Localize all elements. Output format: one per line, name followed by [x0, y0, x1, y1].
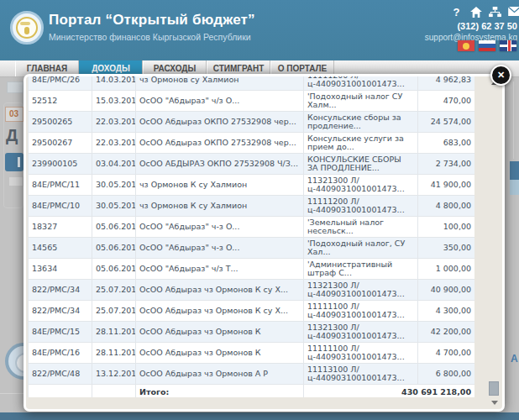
cell-date: 13.12.2018: [92, 364, 136, 385]
cell-amount: 42 200,00: [418, 322, 475, 343]
cell-date: 25.07.2018: [92, 280, 136, 301]
cell-doc-number: 822/РМС/48: [29, 364, 92, 385]
language-switcher: [458, 40, 516, 51]
table-row: 84Е/РМС/26 14.03.2018 чз Ормонов су Халм…: [29, 76, 475, 91]
cell-doc-number: 84Е/РМС/10: [29, 196, 92, 217]
cell-amount: 4 962,83: [418, 76, 475, 91]
bg-fragment-box: [7, 81, 24, 93]
bg-search-button-fragment: [5, 153, 24, 171]
bg-filter-input-fragment: 03: [5, 107, 24, 122]
cell-date: 28.11.2018: [92, 322, 136, 343]
cell-payer: ОсОО "Абдыраз" ч-з О...: [136, 217, 304, 238]
table-row: 84Е/РМС/10 30.05.2018 чз Ормонов К су Ха…: [29, 196, 475, 217]
cell-payment-code: 11111200 Л/ц-4409031001001473...: [304, 196, 418, 217]
cell-payment-code: 11113100 Л/ц-4409031001001473...: [304, 364, 418, 385]
cell-payer: ОсОО Абдыраз чз Ормонов К: [136, 322, 304, 343]
cell-payment-code: КОНСУЛЬСКИЕ СБОРЫ ЗА ПРОДЛЕНИЕ...: [304, 154, 418, 175]
cell-amount: 2 734,00: [418, 154, 475, 175]
close-icon[interactable]: ✕: [490, 65, 511, 86]
cell-payment-code: 'Подоходный налог СУ Халм...: [304, 91, 418, 112]
flag-ru-icon[interactable]: [479, 40, 495, 51]
cell-doc-number: 13634: [29, 259, 92, 280]
cell-payer: ОсОО "Абдыраз" ч/з Т...: [136, 259, 304, 280]
cell-doc-number: 29500265: [29, 112, 92, 133]
total-amount: 430 691 218,00: [304, 385, 475, 398]
cell-payment-code: 11321300 Л/ц-4409031001001473...: [304, 280, 418, 301]
transactions-tbody: 84Е/РМС/26 14.03.2018 чз Ормонов су Халм…: [29, 76, 475, 397]
cell-doc-number: 239900105: [29, 154, 92, 175]
cell-doc-number: 14565: [29, 238, 92, 259]
bg-right-button-fragment: [510, 161, 519, 180]
modal-content: 84Е/РМС/26 14.03.2018 чз Ормонов су Халм…: [26, 76, 502, 409]
cell-payer: ОсОО АБДЫРАЗ ОКПО 27532908 Ч/З...: [136, 154, 304, 175]
cell-date: 25.07.2018: [92, 301, 136, 322]
cell-amount: 41 900,00: [418, 175, 475, 196]
bg-right-divider: [513, 81, 514, 159]
cell-date: 03.04.2018: [92, 154, 136, 175]
portal-subtitle: Министерство финансов Кыргызской Республ…: [49, 32, 251, 42]
mail-icon[interactable]: [508, 7, 519, 18]
sitemap-icon[interactable]: [489, 7, 501, 18]
header: Портал “Открытый бюджет” Министерство фи…: [0, 0, 519, 60]
help-icon[interactable]: ?: [450, 7, 463, 18]
cell-amount: 4 800,00: [418, 196, 475, 217]
cell-payer: ОсОО "Абдыраз" ч/з О...: [136, 91, 304, 112]
cell-payment-code: 'Подоходный налог, СУ Хал...: [304, 238, 418, 259]
cell-amount: 4 300,00: [418, 301, 475, 322]
cell-payment-code: 11321300 Л/ц-4409031001001473...: [304, 175, 418, 196]
cell-payer: ОсОО Абдыраз чз Ормонов К су Х...: [136, 301, 304, 322]
flag-en-icon[interactable]: [500, 40, 516, 51]
cell-payment-code: 'Административный штраф С...: [304, 259, 418, 280]
ministry-logo: [10, 11, 44, 45]
table-row: 13634 05.06.2018 ОсОО "Абдыраз" ч/з Т...…: [29, 259, 475, 280]
contact-block: (312) 62 37 50 support@infosystema.kg: [425, 21, 517, 42]
table-row: 84Е/РМС/16 28.11.2018 ОсОО Абдыраз чз Ор…: [29, 343, 475, 364]
cell-date: 05.06.2018: [92, 217, 136, 238]
cell-payment-code: Консульские услуги за прием до...: [304, 133, 418, 154]
scrollbar-thumb[interactable]: [489, 381, 499, 396]
bg-fragment-smallbox: [8, 176, 24, 186]
cell-date: 22.03.2018: [92, 133, 136, 154]
cell-payment-code: 11111200 Л/ц-4409031001001473...: [304, 76, 418, 91]
transactions-modal: 84Е/РМС/26 14.03.2018 чз Ормонов су Халм…: [24, 74, 505, 412]
table-row: 29500265 22.03.2018 ОсОО Абдыраз ОКПО 27…: [29, 112, 475, 133]
cell-doc-number: 822/РМС/34: [29, 301, 92, 322]
total-label: Итого:: [136, 385, 304, 398]
cell-date: 05.06.2018: [92, 259, 136, 280]
cell-date: 22.03.2018: [92, 112, 136, 133]
cell-doc-number: 84Е/РМС/15: [29, 322, 92, 343]
bg-social-icon-fragment: A: [511, 353, 519, 365]
modal-scrollbar[interactable]: [488, 78, 501, 407]
cell-date: 28.11.2018: [92, 343, 136, 364]
cell-date: 05.06.2018: [92, 238, 136, 259]
cell-amount: 100,00: [418, 217, 475, 238]
footer-strip: [0, 412, 519, 420]
flag-kg-icon[interactable]: [458, 40, 474, 51]
cell-payment-code: 11111100 Л/ц-4409031001001473...: [304, 301, 418, 322]
cell-amount: 1 000,00: [418, 259, 475, 280]
support-phone: (312) 62 37 50: [425, 21, 517, 31]
cell-amount: 40 900,00: [418, 280, 475, 301]
cell-date: 14.03.2018: [92, 76, 136, 91]
cell-doc-number: 84Е/РМС/16: [29, 343, 92, 364]
table-row: 14565 05.06.2018 ОсОО "Абдыраз" ч-з О...…: [29, 238, 475, 259]
scroll-down-icon[interactable]: [491, 401, 498, 405]
home-icon[interactable]: [469, 7, 482, 18]
cell-doc-number: 18327: [29, 217, 92, 238]
cell-payer: ОсОО Абдыраз ОКПО 27532908 чер...: [136, 112, 304, 133]
transactions-table: 84Е/РМС/26 14.03.2018 чз Ормонов су Халм…: [28, 76, 474, 397]
cell-doc-number: 52512: [29, 91, 92, 112]
cell-payment-code: Консульские сборы за продление...: [304, 112, 418, 133]
cell-payment-code: 11111100 Л/ц-4409031001001473...: [304, 343, 418, 364]
header-icon-bar: ?: [450, 7, 519, 18]
table-row: 84Е/РМС/11 30.05.2018 чз Ормонов К су Ха…: [29, 175, 475, 196]
table-row: 822/РМС/34 25.07.2018 ОсОО Абдыраз чз Ор…: [29, 301, 475, 322]
cell-date: 15.03.2018: [92, 91, 136, 112]
table-row: 18327 05.06.2018 ОсОО "Абдыраз" ч-з О...…: [29, 217, 475, 238]
cell-amount: 6 800,00: [418, 364, 475, 385]
cell-amount: 4 700,00: [418, 343, 475, 364]
table-row: 822/РМС/34 25.07.2018 ОсОО Абдыраз чз Ор…: [29, 280, 475, 301]
cell-amount: 470,00: [418, 91, 475, 112]
bg-page-heading-fragment: Д: [6, 126, 18, 145]
cell-payment-code: 'Земельный налог несельск...: [304, 217, 418, 238]
